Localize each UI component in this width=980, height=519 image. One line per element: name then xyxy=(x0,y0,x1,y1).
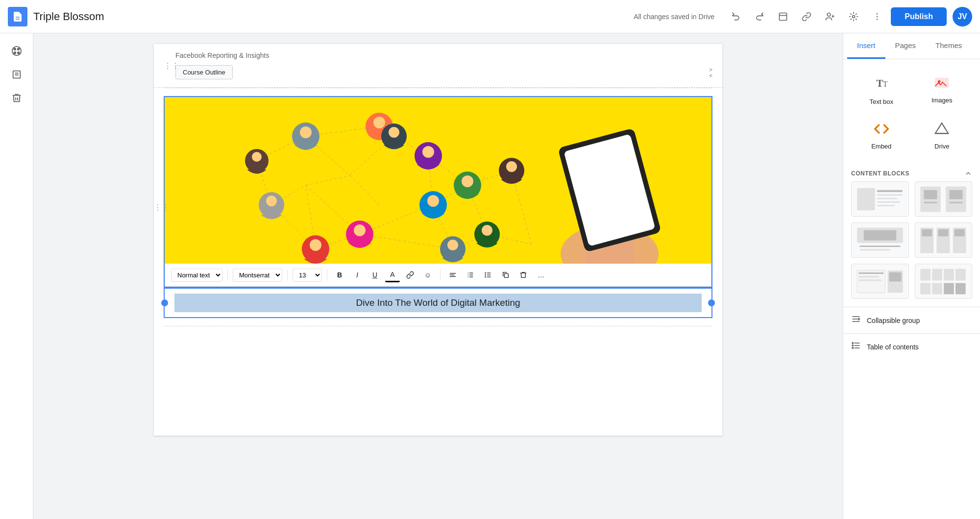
image-section-container: ⋮⋮ xyxy=(164,96,712,318)
caption-handle-left[interactable] xyxy=(161,299,168,306)
drive-label: Drive xyxy=(934,143,949,150)
link-button[interactable] xyxy=(797,7,816,26)
svg-point-50 xyxy=(300,126,312,138)
svg-rect-104 xyxy=(950,201,963,203)
insert-grid: T T Text box Images xyxy=(843,59,980,166)
course-outline-section: ⋮⋮ Facebook Reporting & Insights Course … xyxy=(154,44,722,88)
insert-text-box[interactable]: T T Text box xyxy=(851,67,912,113)
toc-item[interactable]: Table of contents xyxy=(843,333,980,360)
collapsible-icon xyxy=(851,314,861,326)
caption-handle-right[interactable] xyxy=(708,299,715,306)
block-thumb-1[interactable] xyxy=(851,181,909,217)
redo-button[interactable] xyxy=(750,7,769,26)
svg-rect-74 xyxy=(450,274,454,275)
svg-point-7 xyxy=(877,13,878,14)
palette-icon[interactable] xyxy=(7,41,26,61)
undo-button[interactable] xyxy=(726,7,746,26)
svg-rect-114 xyxy=(955,229,965,236)
svg-point-137 xyxy=(852,347,854,349)
block-thumb-3[interactable] xyxy=(851,222,909,258)
svg-rect-93 xyxy=(857,188,875,210)
left-sidebar xyxy=(0,33,33,519)
style-select[interactable]: Normal text xyxy=(171,269,222,282)
tab-themes[interactable]: Themes xyxy=(926,33,972,59)
course-outline-button[interactable]: Course Outline xyxy=(175,65,233,79)
svg-rect-121 xyxy=(920,269,931,280)
more-options-button[interactable] xyxy=(867,7,887,26)
tab-pages[interactable]: Pages xyxy=(885,33,926,59)
tab-insert[interactable]: Insert xyxy=(847,33,885,59)
app-logo[interactable] xyxy=(8,7,27,26)
svg-rect-73 xyxy=(450,273,456,273)
pages-icon[interactable] xyxy=(7,65,26,84)
block-thumb-2[interactable] xyxy=(915,181,973,217)
image-drag-handle[interactable]: ⋮⋮ xyxy=(154,202,170,212)
svg-rect-95 xyxy=(877,194,903,196)
italic-button[interactable]: I xyxy=(350,268,365,282)
text-box-icon: T T xyxy=(874,75,889,94)
network-svg xyxy=(165,97,711,264)
settings-button[interactable] xyxy=(844,7,863,26)
add-user-button[interactable] xyxy=(820,7,840,26)
svg-point-48 xyxy=(252,152,262,162)
bold-button[interactable]: B xyxy=(332,268,347,282)
content-area: ⋮⋮ Facebook Reporting & Insights Course … xyxy=(33,33,843,519)
more-text-button[interactable]: … xyxy=(534,268,548,282)
svg-rect-120 xyxy=(889,272,901,281)
svg-point-85 xyxy=(485,272,486,274)
svg-point-13 xyxy=(14,52,16,54)
svg-rect-126 xyxy=(932,283,942,294)
svg-rect-117 xyxy=(858,276,879,277)
expand-arrows[interactable]: > < xyxy=(710,67,712,78)
font-color-button[interactable]: A xyxy=(385,268,400,282)
content-blocks-header: CONTENT BLOCKS xyxy=(843,166,980,181)
svg-point-10 xyxy=(12,47,21,55)
block-thumb-5[interactable] xyxy=(851,264,909,299)
collapse-icon[interactable] xyxy=(964,170,972,177)
svg-rect-107 xyxy=(859,245,900,247)
preview-button[interactable] xyxy=(773,7,793,26)
unordered-list-button[interactable] xyxy=(481,268,495,282)
link-button[interactable] xyxy=(403,268,417,282)
svg-rect-72 xyxy=(564,134,656,246)
trash-icon[interactable] xyxy=(7,88,26,108)
svg-point-60 xyxy=(462,175,473,187)
main-layout: ⋮⋮ Facebook Reporting & Insights Course … xyxy=(0,33,980,519)
divider-1 xyxy=(227,269,228,281)
avatar[interactable]: JV xyxy=(953,7,972,26)
svg-point-46 xyxy=(266,196,277,206)
publish-button[interactable]: Publish xyxy=(891,7,947,26)
delete-button[interactable] xyxy=(516,268,531,282)
svg-rect-101 xyxy=(924,190,937,199)
caption-text: Dive Into The World of Digital Marketing xyxy=(174,294,702,312)
font-select[interactable]: Montserrat xyxy=(233,269,282,282)
block-thumb-6[interactable] xyxy=(915,264,973,299)
align-button[interactable] xyxy=(445,268,460,282)
drive-icon xyxy=(934,121,950,139)
divider-4 xyxy=(440,269,441,281)
svg-point-62 xyxy=(354,224,366,236)
images-label: Images xyxy=(931,97,953,104)
svg-point-12 xyxy=(17,49,19,50)
insert-embed[interactable]: Embed xyxy=(851,113,912,158)
svg-text:3: 3 xyxy=(467,275,469,278)
preview-text: Facebook Reporting & Insights xyxy=(175,51,712,59)
svg-point-68 xyxy=(506,161,517,172)
svg-point-44 xyxy=(310,239,321,251)
underline-button[interactable]: U xyxy=(368,268,382,282)
caption-box[interactable]: Dive Into The World of Digital Marketing xyxy=(164,288,712,318)
ordered-list-button[interactable]: 123 xyxy=(463,268,478,282)
image-section[interactable]: Normal text Montserrat 13 B I U xyxy=(164,96,712,288)
emoji-button[interactable]: ☺ xyxy=(420,268,435,282)
drag-handle[interactable]: ⋮⋮ xyxy=(164,61,179,70)
duplicate-button[interactable] xyxy=(498,268,513,282)
svg-text:T: T xyxy=(882,80,887,88)
svg-point-14 xyxy=(17,52,19,54)
size-select[interactable]: 13 xyxy=(293,269,322,282)
insert-drive[interactable]: Drive xyxy=(912,113,973,158)
topbar: Triple Blossom All changes saved in Driv… xyxy=(0,0,980,33)
block-thumb-4[interactable] xyxy=(915,222,973,258)
collapsible-group-item[interactable]: Collapsible group xyxy=(843,307,980,333)
insert-images[interactable]: Images xyxy=(912,67,973,113)
svg-point-54 xyxy=(389,127,399,138)
